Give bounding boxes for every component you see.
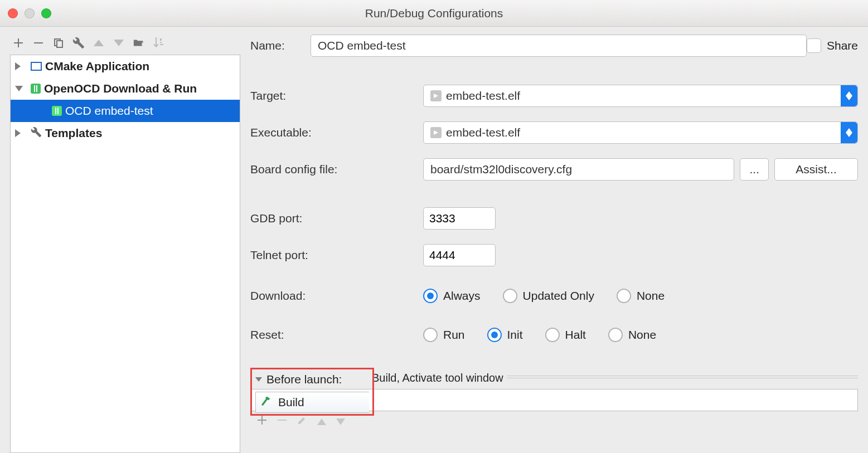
target-icon [430, 127, 442, 138]
tree-node-ocd-embed-test[interactable]: OCD embed-test [11, 100, 240, 122]
chip-icon [31, 84, 41, 94]
telnet-label: Telnet port: [250, 249, 423, 262]
share-label: Share [827, 39, 858, 52]
telnet-port-input[interactable] [423, 244, 496, 266]
sort-button[interactable] [153, 37, 165, 49]
gdb-port-input[interactable] [423, 207, 496, 230]
row-board-config: Board config file: ... Assist... [250, 158, 858, 181]
gdb-label: GDB port: [250, 212, 423, 225]
highlight-box: Before launch: Build [250, 368, 374, 416]
collapse-icon[interactable] [255, 377, 262, 382]
hammer-icon [260, 395, 273, 410]
config-tree[interactable]: CMake Application OpenOCD Download & Run… [10, 55, 240, 453]
svg-rect-1 [55, 39, 60, 46]
reset-radio-none[interactable]: None [608, 328, 656, 342]
download-radio-always[interactable]: Always [423, 289, 481, 303]
combo-arrows-icon [841, 122, 857, 143]
collapse-icon [15, 86, 23, 91]
form-pane: Name: Share Target: embed-test.elf [250, 35, 858, 453]
row-gdb-port: GDB port: [250, 207, 858, 230]
board-label: Board config file: [250, 163, 418, 176]
move-to-folder-button[interactable] [133, 37, 145, 49]
reset-label: Reset: [250, 328, 423, 342]
tree-node-cmake[interactable]: CMake Application [11, 55, 240, 77]
target-combo[interactable]: embed-test.elf [423, 85, 858, 107]
reset-radio-halt[interactable]: Halt [545, 328, 586, 342]
download-label: Download: [250, 289, 423, 303]
cmake-icon [31, 62, 42, 71]
share-checkbox[interactable] [807, 38, 821, 53]
tree-label: OpenOCD Download & Run [44, 82, 197, 95]
row-executable: Executable: embed-test.elf [250, 121, 858, 144]
move-up-button[interactable] [93, 37, 105, 49]
dialog-body: CMake Application OpenOCD Download & Run… [0, 27, 868, 453]
config-toolbar [10, 35, 240, 55]
row-target: Target: embed-test.elf [250, 85, 858, 107]
bl-edit-button[interactable] [297, 415, 307, 428]
bl-remove-button[interactable] [277, 415, 287, 428]
tree-node-openocd[interactable]: OpenOCD Download & Run [11, 77, 240, 100]
window-zoom-button[interactable] [41, 8, 51, 18]
row-name: Name: Share [250, 35, 858, 57]
exec-label: Executable: [250, 126, 423, 139]
svg-rect-0 [34, 42, 43, 43]
tree-node-templates[interactable]: Templates [11, 122, 240, 144]
executable-combo[interactable]: embed-test.elf [423, 121, 858, 144]
download-radio-group: Always Updated Only None [423, 289, 665, 303]
target-icon [430, 90, 442, 101]
reset-radio-init[interactable]: Init [487, 328, 523, 342]
board-assist-button[interactable]: Assist... [774, 158, 858, 181]
reset-radio-group: Run Init Halt None [423, 328, 656, 342]
tree-label: CMake Application [45, 60, 149, 73]
copy-config-button[interactable] [52, 37, 65, 49]
target-value: embed-test.elf [446, 89, 520, 103]
target-label: Target: [250, 89, 423, 103]
before-launch-section: Before launch: Build Before launch: Buil… [250, 368, 858, 431]
row-reset: Reset: Run Init Halt None [250, 328, 858, 342]
window-title: Run/Debug Configurations [0, 7, 868, 20]
name-input[interactable] [311, 35, 807, 57]
reset-radio-run[interactable]: Run [423, 328, 465, 342]
board-config-input[interactable] [423, 158, 734, 181]
before-launch-item[interactable]: Build [278, 396, 304, 409]
before-launch-heading-part: Before launch: [266, 373, 342, 386]
wrench-icon [31, 126, 42, 140]
tree-label: Templates [45, 126, 102, 140]
share-checkbox-group[interactable]: Share [807, 38, 858, 53]
expand-icon [15, 129, 21, 137]
bl-down-button[interactable] [336, 415, 345, 428]
row-download: Download: Always Updated Only None [250, 289, 858, 303]
window-controls [8, 8, 51, 18]
svg-rect-2 [57, 41, 62, 47]
combo-arrows-icon [841, 85, 857, 106]
edit-defaults-button[interactable] [72, 37, 85, 49]
expand-icon [15, 62, 21, 70]
bl-up-button[interactable] [317, 415, 326, 428]
row-telnet-port: Telnet port: [250, 244, 858, 266]
name-label: Name: [250, 39, 311, 52]
download-radio-none[interactable]: None [617, 289, 665, 303]
tree-label: OCD embed-test [65, 104, 153, 118]
bl-add-button[interactable] [257, 415, 267, 428]
remove-config-button[interactable] [32, 37, 45, 49]
before-launch-heading-full: Build, Activate tool window [367, 372, 507, 384]
board-browse-button[interactable]: ... [740, 158, 769, 181]
window-close-button[interactable] [8, 8, 18, 18]
move-down-button[interactable] [113, 37, 125, 49]
svg-rect-3 [278, 420, 287, 421]
chip-icon [52, 106, 62, 116]
title-bar: Run/Debug Configurations [0, 0, 868, 27]
exec-value: embed-test.elf [446, 126, 520, 139]
left-pane: CMake Application OpenOCD Download & Run… [10, 35, 240, 453]
download-radio-updated-only[interactable]: Updated Only [503, 289, 594, 303]
window-minimize-button[interactable] [25, 8, 35, 18]
add-config-button[interactable] [12, 37, 25, 49]
